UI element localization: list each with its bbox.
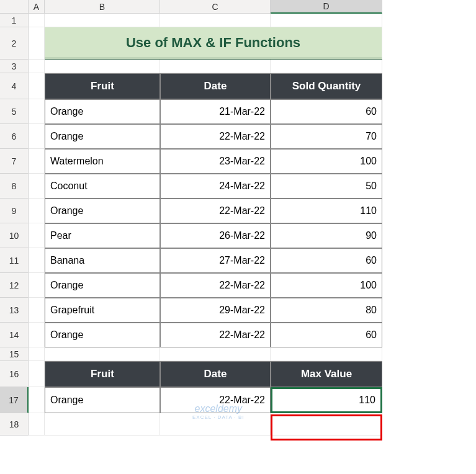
table-row[interactable]: 23-Mar-22 bbox=[160, 149, 271, 174]
table-row[interactable]: 26-Mar-22 bbox=[160, 223, 271, 248]
cell-A2[interactable] bbox=[29, 27, 45, 60]
cell-A8[interactable] bbox=[29, 174, 45, 199]
row-head-17[interactable]: 17 bbox=[0, 387, 29, 413]
cell-B1[interactable] bbox=[45, 14, 160, 27]
table-row[interactable]: 24-Mar-22 bbox=[160, 174, 271, 199]
table-row[interactable]: 100 bbox=[271, 273, 382, 298]
col-head-C[interactable]: C bbox=[160, 0, 271, 14]
result-max-value[interactable]: 110 bbox=[271, 387, 382, 413]
table-row[interactable]: 22-Mar-22 bbox=[160, 124, 271, 149]
cell-A10[interactable] bbox=[29, 223, 45, 248]
watermark-line1: exceldemy bbox=[192, 403, 245, 414]
row-head-9[interactable]: 9 bbox=[0, 199, 29, 223]
header2-fruit[interactable]: Fruit bbox=[45, 361, 160, 387]
table-row[interactable]: Grapefruit bbox=[45, 298, 160, 323]
cell-A11[interactable] bbox=[29, 248, 45, 273]
table-row[interactable]: 21-Mar-22 bbox=[160, 99, 271, 124]
cell-A18[interactable] bbox=[29, 413, 45, 436]
table-row[interactable]: 50 bbox=[271, 174, 382, 199]
table-row[interactable]: 29-Mar-22 bbox=[160, 298, 271, 323]
cell-D18[interactable] bbox=[271, 413, 382, 436]
table-row[interactable]: 110 bbox=[271, 199, 382, 223]
header-fruit[interactable]: Fruit bbox=[45, 73, 160, 99]
row-head-13[interactable]: 13 bbox=[0, 298, 29, 323]
header2-date[interactable]: Date bbox=[160, 361, 271, 387]
row-head-18[interactable]: 18 bbox=[0, 413, 29, 436]
table-row[interactable]: 60 bbox=[271, 248, 382, 273]
row-head-5[interactable]: 5 bbox=[0, 99, 29, 124]
cell-A17[interactable] bbox=[29, 387, 45, 413]
table-row[interactable]: 90 bbox=[271, 223, 382, 248]
cell-C15[interactable] bbox=[160, 347, 271, 361]
table-row[interactable]: Watermelon bbox=[45, 149, 160, 174]
col-head-A[interactable]: A bbox=[29, 0, 45, 14]
table-row[interactable]: 70 bbox=[271, 124, 382, 149]
table-row[interactable]: Orange bbox=[45, 99, 160, 124]
cell-A1[interactable] bbox=[29, 14, 45, 27]
cell-A9[interactable] bbox=[29, 199, 45, 223]
row-head-12[interactable]: 12 bbox=[0, 273, 29, 298]
header-sold-quantity[interactable]: Sold Quantity bbox=[271, 73, 382, 99]
row-head-14[interactable]: 14 bbox=[0, 323, 29, 347]
cell-A3[interactable] bbox=[29, 60, 45, 73]
table-row[interactable]: 27-Mar-22 bbox=[160, 248, 271, 273]
table-row[interactable]: 22-Mar-22 bbox=[160, 323, 271, 347]
table-row[interactable]: Orange bbox=[45, 273, 160, 298]
cell-A14[interactable] bbox=[29, 323, 45, 347]
table-row[interactable]: Orange bbox=[45, 323, 160, 347]
table-row[interactable]: 22-Mar-22 bbox=[160, 273, 271, 298]
cell-A12[interactable] bbox=[29, 273, 45, 298]
row-head-11[interactable]: 11 bbox=[0, 248, 29, 273]
page-title[interactable]: Use of MAX & IF Functions bbox=[45, 27, 382, 60]
table-row[interactable]: 60 bbox=[271, 323, 382, 347]
cell-A6[interactable] bbox=[29, 124, 45, 149]
cell-A15[interactable] bbox=[29, 347, 45, 361]
table-row[interactable]: 60 bbox=[271, 99, 382, 124]
header2-max-value[interactable]: Max Value bbox=[271, 361, 382, 387]
watermark-line2: EXCEL · DATA · BI bbox=[192, 414, 245, 420]
cell-A4[interactable] bbox=[29, 73, 45, 99]
row-head-8[interactable]: 8 bbox=[0, 174, 29, 199]
cell-C1[interactable] bbox=[160, 14, 271, 27]
cell-D1[interactable] bbox=[271, 14, 382, 27]
result-fruit[interactable]: Orange bbox=[45, 387, 160, 413]
row-head-2[interactable]: 2 bbox=[0, 27, 29, 60]
row-head-1[interactable]: 1 bbox=[0, 14, 29, 27]
row-head-15[interactable]: 15 bbox=[0, 347, 29, 361]
cell-A5[interactable] bbox=[29, 99, 45, 124]
table-row[interactable]: Banana bbox=[45, 248, 160, 273]
cell-D3[interactable] bbox=[271, 60, 382, 73]
cell-A7[interactable] bbox=[29, 149, 45, 174]
table-row[interactable]: 80 bbox=[271, 298, 382, 323]
row-head-3[interactable]: 3 bbox=[0, 60, 29, 73]
cell-A16[interactable] bbox=[29, 361, 45, 387]
row-head-4[interactable]: 4 bbox=[0, 73, 29, 99]
cell-B3[interactable] bbox=[45, 60, 160, 73]
col-head-D[interactable]: D bbox=[271, 0, 382, 14]
cell-A13[interactable] bbox=[29, 298, 45, 323]
row-head-6[interactable]: 6 bbox=[0, 124, 29, 149]
cell-B18[interactable] bbox=[45, 413, 160, 436]
table-row[interactable]: Coconut bbox=[45, 174, 160, 199]
table-row[interactable]: 22-Mar-22 bbox=[160, 199, 271, 223]
cell-C3[interactable] bbox=[160, 60, 271, 73]
table-row[interactable]: Pear bbox=[45, 223, 160, 248]
row-head-10[interactable]: 10 bbox=[0, 223, 29, 248]
cell-D15[interactable] bbox=[271, 347, 382, 361]
table-row[interactable]: Orange bbox=[45, 199, 160, 223]
header-date[interactable]: Date bbox=[160, 73, 271, 99]
table-row[interactable]: 100 bbox=[271, 149, 382, 174]
row-head-7[interactable]: 7 bbox=[0, 149, 29, 174]
spreadsheet-grid: A B C D 1 2 Use of MAX & IF Functions 3 … bbox=[0, 0, 476, 436]
cell-B15[interactable] bbox=[45, 347, 160, 361]
select-all-corner[interactable] bbox=[0, 0, 29, 14]
row-head-16[interactable]: 16 bbox=[0, 361, 29, 387]
col-head-B[interactable]: B bbox=[45, 0, 160, 14]
table-row[interactable]: Orange bbox=[45, 124, 160, 149]
watermark: exceldemy EXCEL · DATA · BI bbox=[192, 403, 245, 420]
